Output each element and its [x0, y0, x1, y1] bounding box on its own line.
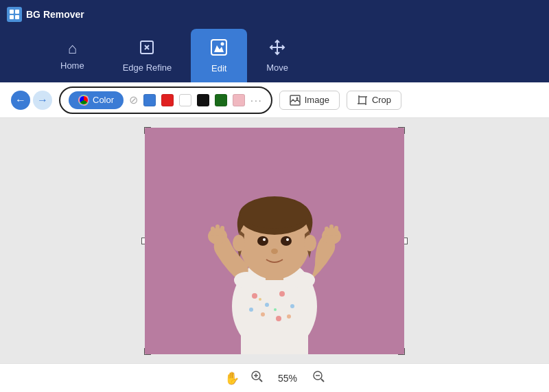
svg-point-23: [249, 308, 253, 312]
nav-tabs: ⌂ Home Edge Refine Edit Move: [0, 29, 549, 82]
tab-move-label: Move: [266, 62, 288, 73]
image-icon: [290, 95, 301, 106]
svg-point-18: [265, 303, 269, 307]
child-image: [145, 128, 404, 354]
svg-rect-39: [211, 227, 215, 236]
svg-rect-40: [215, 224, 220, 235]
zoom-level-display: 55%: [274, 373, 301, 384]
color-wheel-icon: [78, 95, 89, 106]
color-button-label: Color: [93, 95, 114, 105]
edit-icon: [210, 38, 228, 59]
color-button[interactable]: Color: [69, 91, 124, 109]
svg-rect-41: [220, 226, 224, 235]
pink-swatch[interactable]: [233, 94, 245, 106]
dark-green-swatch[interactable]: [215, 94, 227, 106]
red-swatch[interactable]: [161, 94, 174, 106]
redo-button[interactable]: →: [33, 91, 52, 110]
svg-point-32: [281, 236, 292, 246]
logo-icon: [7, 7, 22, 22]
svg-point-31: [257, 236, 268, 246]
undo-button[interactable]: ←: [11, 91, 30, 110]
svg-rect-9: [359, 97, 366, 104]
canvas-area: [0, 118, 549, 363]
svg-point-33: [263, 238, 266, 241]
svg-rect-0: [10, 10, 14, 14]
crop-button-label: Crop: [372, 95, 391, 105]
tab-home[interactable]: ⌂ Home: [41, 29, 104, 82]
svg-point-24: [287, 314, 291, 319]
svg-rect-44: [329, 224, 334, 235]
blue-swatch[interactable]: [143, 94, 156, 106]
svg-rect-5: [211, 40, 226, 55]
svg-line-51: [259, 379, 262, 382]
svg-point-36: [233, 235, 245, 251]
svg-rect-45: [334, 226, 338, 235]
crop-button[interactable]: Crop: [347, 91, 401, 110]
image-container[interactable]: [145, 128, 404, 354]
svg-point-30: [240, 198, 309, 229]
edge-refine-icon: [139, 39, 155, 58]
image-button[interactable]: Image: [279, 91, 340, 110]
zoom-out-button[interactable]: [312, 370, 325, 386]
zoom-in-icon: [250, 370, 263, 382]
toolbar: ← → Color ⊘ ··· Image Crop: [0, 82, 549, 118]
svg-rect-43: [325, 227, 329, 236]
svg-rect-2: [10, 15, 14, 19]
svg-point-20: [290, 304, 294, 308]
move-icon: [269, 39, 285, 58]
tab-edit-label: Edit: [211, 63, 226, 73]
svg-rect-1: [15, 10, 19, 14]
tab-edge-refine-label: Edge Refine: [123, 62, 172, 73]
tab-move[interactable]: Move: [247, 29, 307, 82]
svg-point-46: [234, 272, 259, 288]
svg-point-17: [252, 293, 257, 299]
svg-point-25: [259, 298, 261, 301]
svg-point-19: [279, 291, 285, 297]
image-background: [145, 128, 404, 354]
svg-point-8: [296, 97, 298, 99]
color-toolbar-group: Color ⊘ ···: [59, 87, 272, 114]
svg-point-35: [271, 249, 278, 254]
app-logo: BG Remover: [7, 7, 84, 22]
tab-home-label: Home: [60, 60, 84, 71]
tab-edit[interactable]: Edit: [191, 29, 247, 82]
svg-rect-16: [241, 279, 308, 354]
svg-line-54: [321, 379, 324, 382]
image-button-label: Image: [305, 95, 329, 105]
hand-tool-icon[interactable]: ✋: [224, 371, 240, 386]
black-swatch[interactable]: [197, 94, 209, 106]
divider-icon: ⊘: [129, 93, 138, 106]
crop-icon: [357, 95, 368, 106]
tab-edge-refine[interactable]: Edge Refine: [104, 29, 191, 82]
svg-point-37: [304, 235, 316, 251]
app-title: BG Remover: [26, 9, 84, 20]
svg-point-34: [286, 238, 289, 241]
more-colors-button[interactable]: ···: [250, 95, 263, 106]
white-swatch[interactable]: [179, 94, 191, 106]
home-icon: ⌂: [68, 41, 77, 56]
app-header: BG Remover: [0, 0, 549, 29]
svg-rect-3: [15, 15, 19, 19]
bottom-bar: ✋ 55%: [0, 363, 549, 392]
zoom-in-button[interactable]: [250, 370, 263, 386]
history-nav: ← →: [11, 91, 52, 110]
svg-point-26: [274, 308, 277, 311]
svg-point-22: [276, 316, 281, 321]
zoom-out-icon: [312, 370, 325, 382]
svg-point-47: [290, 272, 315, 288]
svg-point-21: [261, 312, 265, 316]
svg-point-6: [221, 42, 224, 45]
